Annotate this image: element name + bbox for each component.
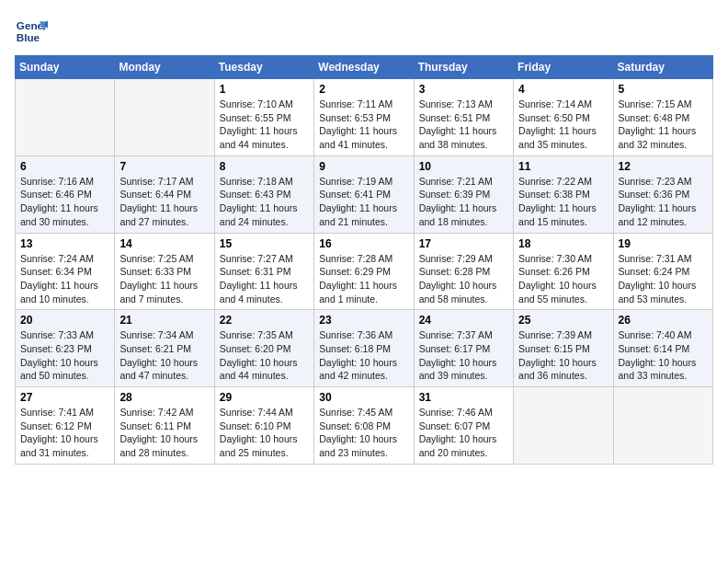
day-info: Sunrise: 7:33 AM Sunset: 6:23 PM Dayligh… (20, 328, 109, 383)
day-info: Sunrise: 7:39 AM Sunset: 6:15 PM Dayligh… (518, 328, 608, 383)
day-header-saturday: Saturday (613, 56, 712, 79)
calendar-cell: 29Sunrise: 7:44 AM Sunset: 6:10 PM Dayli… (214, 387, 313, 465)
day-number: 19 (619, 237, 708, 250)
calendar-cell: 6Sunrise: 7:16 AM Sunset: 6:46 PM Daylig… (16, 155, 115, 233)
day-number: 25 (518, 314, 608, 327)
day-number: 18 (518, 237, 608, 250)
day-number: 13 (20, 237, 109, 250)
calendar-cell (514, 387, 613, 465)
day-info: Sunrise: 7:23 AM Sunset: 6:36 PM Dayligh… (619, 175, 708, 229)
day-info: Sunrise: 7:13 AM Sunset: 6:51 PM Dayligh… (419, 98, 508, 152)
calendar-cell: 22Sunrise: 7:35 AM Sunset: 6:20 PM Dayli… (214, 310, 313, 387)
calendar-cell (115, 79, 214, 156)
calendar-cell: 26Sunrise: 7:40 AM Sunset: 6:14 PM Dayli… (613, 310, 712, 387)
calendar-cell: 8Sunrise: 7:18 AM Sunset: 6:43 PM Daylig… (214, 155, 313, 233)
calendar-cell: 9Sunrise: 7:19 AM Sunset: 6:41 PM Daylig… (314, 155, 414, 233)
day-number: 5 (619, 83, 708, 96)
calendar-cell: 11Sunrise: 7:22 AM Sunset: 6:38 PM Dayli… (514, 155, 613, 233)
day-header-sunday: Sunday (16, 56, 115, 79)
calendar-cell: 3Sunrise: 7:13 AM Sunset: 6:51 PM Daylig… (414, 79, 513, 156)
calendar-cell: 30Sunrise: 7:45 AM Sunset: 6:08 PM Dayli… (314, 387, 414, 465)
day-number: 17 (419, 237, 508, 250)
svg-text:Blue: Blue (17, 31, 40, 43)
calendar-cell (16, 79, 115, 156)
day-info: Sunrise: 7:10 AM Sunset: 6:55 PM Dayligh… (220, 98, 309, 152)
calendar-cell: 4Sunrise: 7:14 AM Sunset: 6:50 PM Daylig… (514, 79, 613, 156)
calendar-cell: 7Sunrise: 7:17 AM Sunset: 6:44 PM Daylig… (115, 155, 214, 233)
calendar-cell: 21Sunrise: 7:34 AM Sunset: 6:21 PM Dayli… (115, 310, 214, 387)
day-number: 30 (319, 391, 408, 404)
calendar-cell: 15Sunrise: 7:27 AM Sunset: 6:31 PM Dayli… (214, 233, 313, 310)
day-info: Sunrise: 7:18 AM Sunset: 6:43 PM Dayligh… (220, 175, 309, 229)
day-info: Sunrise: 7:44 AM Sunset: 6:10 PM Dayligh… (220, 406, 309, 460)
day-info: Sunrise: 7:30 AM Sunset: 6:26 PM Dayligh… (518, 252, 608, 306)
day-info: Sunrise: 7:36 AM Sunset: 6:18 PM Dayligh… (319, 328, 408, 383)
calendar-cell: 5Sunrise: 7:15 AM Sunset: 6:48 PM Daylig… (613, 79, 712, 156)
calendar-cell: 20Sunrise: 7:33 AM Sunset: 6:23 PM Dayli… (16, 310, 115, 387)
day-info: Sunrise: 7:11 AM Sunset: 6:53 PM Dayligh… (319, 98, 408, 152)
day-number: 31 (419, 391, 508, 404)
day-info: Sunrise: 7:42 AM Sunset: 6:11 PM Dayligh… (119, 406, 209, 460)
calendar-cell: 17Sunrise: 7:29 AM Sunset: 6:28 PM Dayli… (414, 233, 513, 310)
day-number: 16 (319, 237, 408, 250)
calendar-cell: 2Sunrise: 7:11 AM Sunset: 6:53 PM Daylig… (314, 79, 414, 156)
day-number: 10 (419, 160, 508, 173)
calendar-header-row: SundayMondayTuesdayWednesdayThursdayFrid… (16, 56, 713, 79)
calendar-cell: 23Sunrise: 7:36 AM Sunset: 6:18 PM Dayli… (314, 310, 414, 387)
day-number: 24 (419, 314, 508, 327)
logo-icon: General Blue (15, 15, 48, 48)
day-info: Sunrise: 7:29 AM Sunset: 6:28 PM Dayligh… (419, 252, 508, 306)
day-header-friday: Friday (514, 56, 613, 79)
day-number: 9 (319, 160, 408, 173)
calendar-week-4: 20Sunrise: 7:33 AM Sunset: 6:23 PM Dayli… (16, 310, 713, 387)
day-number: 12 (619, 160, 708, 173)
day-info: Sunrise: 7:22 AM Sunset: 6:38 PM Dayligh… (518, 175, 608, 229)
day-info: Sunrise: 7:35 AM Sunset: 6:20 PM Dayligh… (220, 328, 309, 383)
day-number: 23 (319, 314, 408, 327)
day-number: 3 (419, 83, 508, 96)
day-number: 14 (119, 237, 209, 250)
calendar-cell: 16Sunrise: 7:28 AM Sunset: 6:29 PM Dayli… (314, 233, 414, 310)
calendar-cell: 24Sunrise: 7:37 AM Sunset: 6:17 PM Dayli… (414, 310, 513, 387)
day-number: 27 (20, 391, 109, 404)
calendar-cell: 25Sunrise: 7:39 AM Sunset: 6:15 PM Dayli… (514, 310, 613, 387)
day-number: 26 (619, 314, 708, 327)
day-info: Sunrise: 7:19 AM Sunset: 6:41 PM Dayligh… (319, 175, 408, 229)
day-info: Sunrise: 7:40 AM Sunset: 6:14 PM Dayligh… (619, 328, 708, 383)
calendar-cell: 19Sunrise: 7:31 AM Sunset: 6:24 PM Dayli… (613, 233, 712, 310)
day-info: Sunrise: 7:24 AM Sunset: 6:34 PM Dayligh… (20, 252, 109, 306)
calendar-week-1: 1Sunrise: 7:10 AM Sunset: 6:55 PM Daylig… (16, 79, 713, 156)
day-header-wednesday: Wednesday (314, 56, 414, 79)
day-header-tuesday: Tuesday (214, 56, 313, 79)
day-header-thursday: Thursday (414, 56, 513, 79)
calendar-cell: 13Sunrise: 7:24 AM Sunset: 6:34 PM Dayli… (16, 233, 115, 310)
calendar-cell (613, 387, 712, 465)
calendar-week-5: 27Sunrise: 7:41 AM Sunset: 6:12 PM Dayli… (16, 387, 713, 465)
day-info: Sunrise: 7:46 AM Sunset: 6:07 PM Dayligh… (419, 406, 508, 460)
logo: General Blue (15, 15, 48, 48)
day-number: 29 (220, 391, 309, 404)
day-info: Sunrise: 7:28 AM Sunset: 6:29 PM Dayligh… (319, 252, 408, 306)
calendar-cell: 12Sunrise: 7:23 AM Sunset: 6:36 PM Dayli… (613, 155, 712, 233)
calendar-week-2: 6Sunrise: 7:16 AM Sunset: 6:46 PM Daylig… (16, 155, 713, 233)
day-number: 2 (319, 83, 408, 96)
page-header: General Blue (15, 15, 713, 48)
calendar-cell: 27Sunrise: 7:41 AM Sunset: 6:12 PM Dayli… (16, 387, 115, 465)
calendar-cell: 10Sunrise: 7:21 AM Sunset: 6:39 PM Dayli… (414, 155, 513, 233)
day-info: Sunrise: 7:31 AM Sunset: 6:24 PM Dayligh… (619, 252, 708, 306)
day-number: 15 (220, 237, 309, 250)
day-number: 8 (220, 160, 309, 173)
calendar-cell: 14Sunrise: 7:25 AM Sunset: 6:33 PM Dayli… (115, 233, 214, 310)
day-info: Sunrise: 7:15 AM Sunset: 6:48 PM Dayligh… (619, 98, 708, 152)
day-info: Sunrise: 7:21 AM Sunset: 6:39 PM Dayligh… (419, 175, 508, 229)
day-number: 4 (518, 83, 608, 96)
day-info: Sunrise: 7:14 AM Sunset: 6:50 PM Dayligh… (518, 98, 608, 152)
day-number: 22 (220, 314, 309, 327)
day-number: 28 (119, 391, 209, 404)
calendar-cell: 18Sunrise: 7:30 AM Sunset: 6:26 PM Dayli… (514, 233, 613, 310)
day-info: Sunrise: 7:25 AM Sunset: 6:33 PM Dayligh… (119, 252, 209, 306)
day-number: 20 (20, 314, 109, 327)
day-number: 21 (119, 314, 209, 327)
calendar-table: SundayMondayTuesdayWednesdayThursdayFrid… (15, 55, 713, 465)
day-number: 6 (20, 160, 109, 173)
